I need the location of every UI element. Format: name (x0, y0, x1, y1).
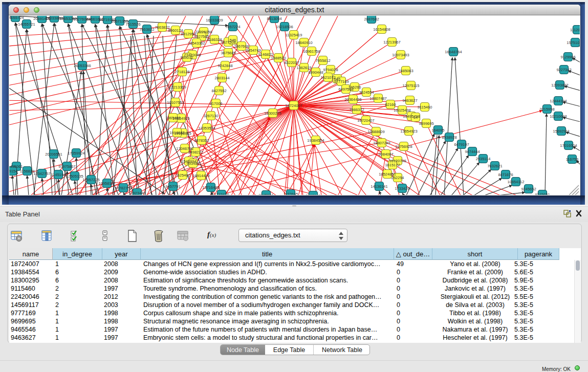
svg-text:12923446: 12923446 (128, 191, 145, 195)
svg-text:7955812: 7955812 (315, 58, 330, 63)
svg-text:64: 64 (413, 115, 418, 120)
svg-text:9245651: 9245651 (535, 192, 550, 195)
svg-text:8813054: 8813054 (267, 16, 281, 21)
svg-text:9115460: 9115460 (418, 105, 432, 110)
svg-text:16648764: 16648764 (445, 50, 462, 54)
svg-text:10654112: 10654112 (508, 180, 525, 184)
svg-text:435061: 435061 (10, 164, 23, 169)
svg-text:7625402: 7625402 (175, 173, 190, 178)
svg-text:7515526: 7515526 (125, 22, 140, 27)
svg-text:12444194: 12444194 (550, 99, 567, 103)
svg-text:1156829: 1156829 (20, 169, 35, 173)
svg-text:1112074: 1112074 (570, 28, 580, 32)
svg-text:989012: 989012 (180, 55, 193, 60)
svg-text:18724007: 18724007 (285, 103, 302, 108)
svg-text:10688609: 10688609 (367, 129, 384, 134)
svg-text:7986372: 7986372 (349, 107, 364, 112)
svg-text:164095: 164095 (431, 128, 444, 133)
svg-text:3675685: 3675685 (221, 51, 235, 55)
svg-text:15720407: 15720407 (357, 118, 374, 123)
svg-text:20364436: 20364436 (344, 97, 361, 102)
svg-text:1965492: 1965492 (165, 116, 180, 120)
svg-text:20206551: 20206551 (45, 152, 62, 157)
svg-text:12353594: 12353594 (198, 126, 215, 130)
svg-text:12213967: 12213967 (383, 40, 400, 45)
svg-text:8990448: 8990448 (308, 70, 323, 75)
svg-text:23226058: 23226058 (195, 30, 212, 34)
svg-text:2803144: 2803144 (214, 76, 229, 80)
svg-text:10973493: 10973493 (392, 53, 409, 57)
svg-text:8427552: 8427552 (211, 89, 226, 93)
svg-text:17957225: 17957225 (82, 178, 99, 182)
svg-text:1588520: 1588520 (271, 56, 286, 60)
svg-text:15692911: 15692911 (553, 129, 570, 134)
svg-text:10958117: 10958117 (99, 181, 116, 186)
svg-text:9463627: 9463627 (402, 98, 417, 103)
svg-text:9129966: 9129966 (560, 55, 575, 59)
svg-text:12093822: 12093822 (551, 83, 568, 87)
svg-text:1615172: 1615172 (385, 163, 400, 167)
svg-text:252254: 252254 (391, 176, 404, 180)
svg-text:8322037: 8322037 (284, 60, 299, 65)
svg-text:3215958: 3215958 (539, 107, 554, 112)
svg-text:9245661: 9245661 (258, 193, 273, 195)
svg-text:116753: 116753 (566, 157, 578, 162)
svg-text:12975115: 12975115 (403, 83, 420, 88)
svg-text:11325419: 11325419 (286, 33, 302, 37)
svg-text:9777169: 9777169 (334, 79, 349, 84)
svg-text:917006: 917006 (209, 101, 222, 106)
svg-text:16914479: 16914479 (192, 173, 209, 178)
svg-text:26053346: 26053346 (74, 63, 91, 68)
svg-text:10107553: 10107553 (167, 100, 184, 105)
svg-text:7663822: 7663822 (139, 27, 154, 32)
svg-text:3267130: 3267130 (203, 114, 218, 118)
svg-text:8938928: 8938928 (442, 135, 456, 140)
svg-text:8912954: 8912954 (181, 32, 195, 36)
svg-text:9794028: 9794028 (323, 68, 338, 72)
svg-text:10025438: 10025438 (394, 108, 410, 113)
svg-text:1193845: 1193845 (284, 192, 298, 195)
svg-text:12213369: 12213369 (169, 85, 186, 90)
svg-text:14055724: 14055724 (9, 16, 24, 20)
svg-text:7632621: 7632621 (487, 164, 502, 168)
svg-text:8186328: 8186328 (207, 37, 222, 42)
svg-text:1362615: 1362615 (296, 65, 311, 70)
svg-text:1145194: 1145194 (51, 172, 66, 177)
svg-text:9899695: 9899695 (419, 121, 433, 126)
svg-text:17359924: 17359924 (68, 151, 84, 156)
svg-text:9084067: 9084067 (378, 152, 393, 157)
svg-text:1593841: 1593841 (306, 193, 320, 195)
svg-text:10807487: 10807487 (369, 96, 386, 101)
svg-text:14136141: 14136141 (371, 184, 387, 189)
svg-text:18640910: 18640910 (295, 40, 312, 45)
svg-text:7857224: 7857224 (225, 25, 240, 29)
svg-text:1733426: 1733426 (214, 192, 229, 195)
svg-text:18807249: 18807249 (373, 141, 390, 145)
svg-text:1733426: 1733426 (395, 186, 409, 191)
svg-text:16033809: 16033809 (206, 18, 223, 23)
svg-text:93975867: 93975867 (58, 164, 75, 169)
svg-text:993489: 993489 (186, 161, 199, 166)
svg-text:13716485: 13716485 (202, 185, 219, 190)
svg-text:13654923: 13654923 (400, 129, 417, 134)
svg-text:9457791: 9457791 (165, 184, 180, 189)
svg-text:16154808: 16154808 (373, 27, 390, 32)
svg-text:16543362: 16543362 (188, 41, 205, 46)
svg-text:2087682: 2087682 (364, 17, 379, 21)
svg-text:746266: 746266 (348, 85, 361, 90)
svg-text:2935114: 2935114 (476, 157, 491, 161)
svg-text:8471676: 8471676 (498, 172, 513, 177)
svg-text:10210643: 10210643 (550, 114, 567, 119)
svg-text:15751074: 15751074 (567, 40, 580, 45)
svg-text:62160: 62160 (385, 102, 396, 107)
svg-text:7485063: 7485063 (398, 69, 413, 73)
svg-text:9242848: 9242848 (217, 63, 232, 68)
svg-text:546: 546 (230, 38, 236, 42)
svg-text:3624554: 3624554 (359, 90, 374, 95)
svg-text:15300275: 15300275 (264, 111, 281, 116)
svg-text:19384554: 19384554 (307, 138, 324, 143)
svg-text:39154: 39154 (9, 169, 17, 173)
svg-text:17016504: 17016504 (560, 143, 577, 148)
svg-text:3498222: 3498222 (188, 150, 203, 155)
svg-text:14055721: 14055721 (18, 22, 35, 27)
